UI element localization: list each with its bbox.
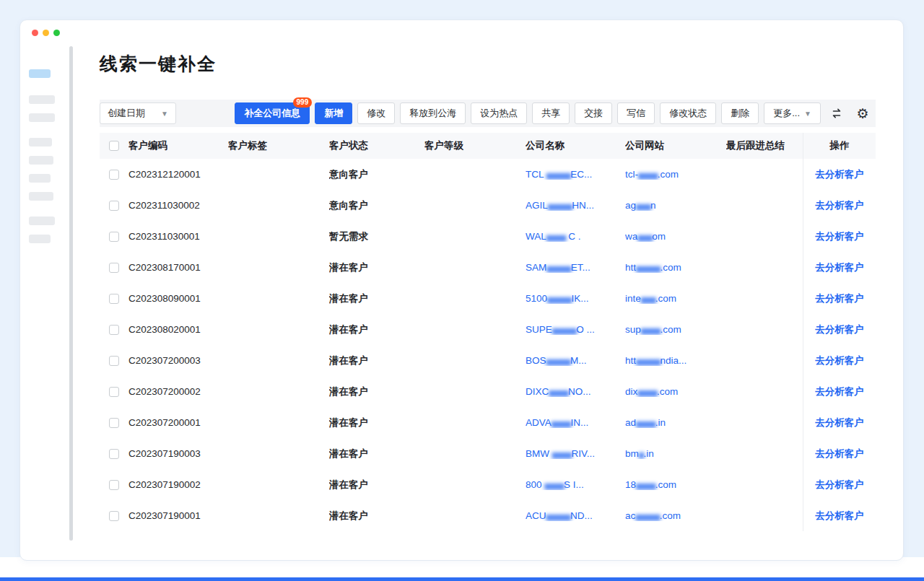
sidebar-item[interactable] — [29, 156, 53, 165]
company-website-link[interactable]: sup▆▆▆▆.com — [625, 324, 681, 335]
analyze-customer-link[interactable]: 去分析客户 — [815, 447, 864, 460]
row-checkbox[interactable] — [109, 232, 119, 242]
toolbar-button-8[interactable]: 删除 — [721, 102, 759, 124]
table-row: C202307190003 潜在客户 BMW ▆▆▆▆RIV... bm▆.in… — [100, 438, 876, 469]
company-website-link[interactable]: htt▆▆▆▆▆.com — [625, 262, 681, 273]
company-name-link[interactable]: BOS▆▆▆▆▆M... — [526, 355, 586, 366]
toolbar-button-3[interactable]: 设为热点 — [471, 102, 527, 124]
row-checkbox[interactable] — [109, 480, 119, 490]
company-name-link[interactable]: ACU▆▆▆▆▆ND... — [526, 510, 593, 521]
company-website-link[interactable]: wa▆▆▆om — [625, 231, 666, 242]
company-name-link[interactable]: TCL ▆▆▆▆▆EC... — [526, 169, 592, 180]
toolbar-button-5[interactable]: 交接 — [575, 102, 612, 124]
sidebar-item[interactable] — [29, 113, 55, 122]
customer-code: C202308090001 — [128, 293, 228, 304]
view-switch-button[interactable] — [827, 103, 847, 123]
sidebar-item[interactable] — [29, 192, 53, 201]
company-name-link[interactable]: 5100▆▆▆▆▆IK... — [526, 293, 589, 304]
row-checkbox[interactable] — [109, 387, 119, 397]
company-website-link[interactable]: ac▆▆▆▆▆.com — [625, 510, 681, 521]
company-name-cell: 5100▆▆▆▆▆IK... — [526, 293, 625, 304]
date-filter-dropdown[interactable]: 创建日期 ▼ — [100, 102, 176, 124]
row-checkbox-cell — [100, 449, 128, 459]
complete-company-info-button[interactable]: 补全公司信息 999 — [235, 102, 310, 124]
row-checkbox[interactable] — [109, 170, 119, 180]
sidebar-item[interactable] — [29, 235, 51, 243]
sidebar-item[interactable] — [29, 95, 55, 104]
company-website-link[interactable]: 18▆▆▆▆.com — [625, 479, 676, 490]
company-name-link[interactable]: BMW ▆▆▆▆RIV... — [526, 448, 595, 459]
company-website-link[interactable]: dix▆▆▆▆.com — [625, 386, 678, 397]
analyze-customer-link[interactable]: 去分析客户 — [815, 510, 864, 523]
company-name-cell: BOS▆▆▆▆▆M... — [526, 355, 625, 366]
notification-badge: 999 — [293, 97, 313, 108]
row-checkbox[interactable] — [109, 294, 119, 304]
company-name-cell: DIXC▆▆▆▆NO... — [526, 386, 625, 397]
company-website-link[interactable]: bm▆.in — [625, 448, 654, 459]
company-name-link[interactable]: WAL▆▆▆▆ C . — [526, 231, 581, 242]
main-content: 线索一键补全 创建日期 ▼ 补全公司信息 999 新增 修改释放到公海设为热点共… — [100, 52, 876, 531]
company-name-cell: AGIL▆▆▆▆▆HN... — [526, 200, 625, 211]
table-row: C202308170001 潜在客户 SAM▆▆▆▆▆ET... htt▆▆▆▆… — [100, 252, 876, 283]
toolbar-button-7[interactable]: 修改状态 — [660, 102, 716, 124]
minimize-window-button[interactable] — [43, 30, 49, 36]
customer-code: C202307190003 — [128, 448, 228, 459]
analyze-customer-link[interactable]: 去分析客户 — [815, 479, 864, 492]
company-name-link[interactable]: SUPE▆▆▆▆▆O ... — [526, 324, 595, 335]
company-name-link[interactable]: AGIL▆▆▆▆▆HN... — [526, 200, 594, 211]
company-name-cell: ACU▆▆▆▆▆ND... — [526, 510, 625, 521]
company-name-cell: ADVA▆▆▆▆IN... — [526, 417, 625, 428]
sidebar-item[interactable] — [29, 138, 52, 147]
select-all-checkbox[interactable] — [109, 141, 119, 151]
close-window-button[interactable] — [32, 30, 38, 36]
company-name-link[interactable]: DIXC▆▆▆▆NO... — [526, 386, 591, 397]
customer-status: 潜在客户 — [329, 416, 424, 429]
toolbar-button-4[interactable]: 共享 — [532, 102, 570, 124]
row-checkbox[interactable] — [109, 511, 119, 521]
company-website-link[interactable]: inte▆▆▆.com — [625, 293, 676, 304]
analyze-customer-link[interactable]: 去分析客户 — [815, 385, 864, 398]
settings-button[interactable]: ⚙ — [853, 103, 873, 123]
sidebar-item[interactable] — [29, 174, 51, 183]
vertical-scrollbar[interactable] — [69, 46, 73, 541]
analyze-customer-link[interactable]: 去分析客户 — [815, 354, 864, 367]
column-header-2: 客户标签 — [228, 139, 329, 152]
chevron-down-icon: ▼ — [804, 110, 811, 118]
row-checkbox[interactable] — [109, 418, 119, 428]
row-checkbox[interactable] — [109, 201, 119, 211]
row-action-cell: 去分析客户 — [803, 252, 876, 283]
gear-icon: ⚙ — [856, 107, 868, 121]
toolbar-button-1[interactable]: 修改 — [357, 102, 395, 124]
sidebar-active-item[interactable] — [29, 69, 51, 78]
toolbar-button-6[interactable]: 写信 — [617, 102, 655, 124]
row-action-cell: 去分析客户 — [803, 500, 876, 531]
customer-status: 暂无需求 — [329, 230, 424, 243]
analyze-customer-link[interactable]: 去分析客户 — [815, 416, 864, 429]
add-button[interactable]: 新增 — [315, 102, 352, 124]
company-website-link[interactable]: ad▆▆▆▆.in — [625, 417, 666, 428]
customer-status: 潜在客户 — [329, 261, 424, 274]
analyze-customer-link[interactable]: 去分析客户 — [815, 230, 864, 243]
sidebar-item[interactable] — [29, 217, 55, 225]
row-checkbox[interactable] — [109, 263, 119, 273]
analyze-customer-link[interactable]: 去分析客户 — [815, 323, 864, 336]
analyze-customer-link[interactable]: 去分析客户 — [815, 199, 864, 212]
toolbar-button-2[interactable]: 释放到公海 — [400, 102, 466, 124]
analyze-customer-link[interactable]: 去分析客户 — [815, 292, 864, 305]
customer-code: C202307190002 — [128, 479, 228, 490]
row-checkbox[interactable] — [109, 356, 119, 366]
row-checkbox[interactable] — [109, 449, 119, 459]
company-website-link[interactable]: htt▆▆▆▆▆ndia... — [625, 355, 687, 366]
zoom-window-button[interactable] — [53, 30, 60, 36]
company-name-link[interactable]: SAM▆▆▆▆▆ET... — [526, 262, 590, 273]
company-name-link[interactable]: ADVA▆▆▆▆IN... — [526, 417, 588, 428]
customer-code: C202307200001 — [128, 417, 228, 428]
more-button[interactable]: 更多... ▼ — [764, 102, 821, 124]
company-name-link[interactable]: 800 ▆▆▆▆S I... — [526, 479, 584, 490]
row-checkbox[interactable] — [109, 325, 119, 335]
company-website-cell: tcl-▆▆▆▆.com — [625, 169, 726, 180]
company-website-link[interactable]: ag▆▆▆n — [625, 200, 656, 211]
company-website-link[interactable]: tcl-▆▆▆▆.com — [625, 169, 679, 180]
analyze-customer-link[interactable]: 去分析客户 — [815, 261, 864, 274]
analyze-customer-link[interactable]: 去分析客户 — [815, 168, 864, 181]
